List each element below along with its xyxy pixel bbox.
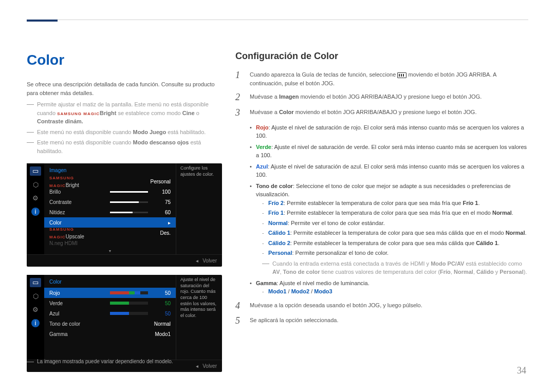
osd-description: Ajuste el nivel de saturación del rojo. … (176, 275, 222, 360)
osd-imagen-panel: ▭ ⬡ ⚙ i Imagen SAMSUNGMAGICBright Person… (27, 163, 222, 267)
chevron-down-icon[interactable]: ▾ (44, 248, 176, 254)
footnote: ― La imagen mostrada puede variar depend… (27, 358, 173, 365)
gear-icon[interactable]: ⚙ (31, 306, 40, 314)
left-column: Color Se ofrece una descripción detallad… (27, 49, 222, 372)
step-number: 1 (235, 70, 243, 87)
bullet-azul: Azul: Ajuste el nivel de saturación de a… (250, 162, 528, 179)
page-title: Color (27, 49, 222, 71)
right-column: Configuración de Color 1 Cuando aparezca… (235, 49, 528, 331)
step-3: 3 Muévase a Color moviendo el botón JOG … (235, 108, 528, 118)
step-1: 1 Cuando aparezca la Guía de teclas de f… (235, 70, 528, 87)
dash-icon: ― (27, 138, 34, 155)
dash-icon: ― (27, 358, 34, 365)
osd-title: Color (44, 277, 176, 288)
note-3: ― Este menú no está disponible cuando Mo… (27, 138, 222, 155)
info-icon[interactable]: i (31, 319, 40, 327)
dash-personal: Personal: Permite personalizar el tono d… (262, 249, 528, 257)
note-3-text: Este menú no está disponible cuando Modo… (37, 138, 222, 155)
step-number: 5 (235, 316, 243, 326)
display-icon[interactable]: ▭ (30, 278, 41, 287)
osd-row-nneg: N.neg HDMI (44, 238, 176, 248)
osd-row-verde[interactable]: Verde 50 (44, 298, 176, 308)
settings-icon[interactable]: ⬡ (31, 181, 40, 189)
dash-modos: Modo1 / Modo2 / Modo3 (262, 287, 528, 296)
note-2-text: Este menú no está disponible cuando Modo… (37, 128, 206, 137)
dash-icon: ― (262, 259, 269, 276)
osd-row-upscale[interactable]: SAMSUNGMAGICUpscale Des. (44, 228, 176, 238)
dash-icon: ― (27, 128, 34, 137)
settings-icon[interactable]: ⬡ (31, 292, 40, 301)
dash-calido1: Cálido 1: Permite establecer la temperat… (262, 229, 528, 237)
chevron-right-icon: ▸ (168, 219, 171, 227)
page-number: 34 (517, 364, 526, 378)
step-5: 5 Se aplicará la opción seleccionada. (235, 316, 528, 326)
display-icon[interactable]: ▭ (30, 166, 41, 176)
header-divider (27, 20, 528, 20)
osd-row-brillo[interactable]: Brillo 100 (44, 186, 176, 197)
osd-row-azul[interactable]: Azul 50 (44, 308, 176, 319)
function-key-icon (397, 72, 406, 78)
osd-footer: ◂ Volver (27, 254, 222, 267)
dash-frio1: Frío 1: Permite establecer la temperatur… (262, 209, 528, 217)
intro-text: Se ofrece una descripción detallada de c… (27, 80, 222, 97)
info-icon[interactable]: i (31, 208, 40, 216)
osd-description: Configure los ajustes de color. (176, 163, 222, 254)
step-number: 4 (235, 301, 243, 311)
osd-row-nitidez[interactable]: Nitidez 60 (44, 207, 176, 217)
osd-row-contraste[interactable]: Contraste 75 (44, 197, 176, 207)
section-title: Configuración de Color (235, 49, 528, 63)
osd-row-gamma[interactable]: Gamma Modo1 (44, 329, 176, 339)
step-number: 3 (235, 108, 243, 118)
bullet-tono: Tono de color: Seleccione el tono de col… (250, 182, 528, 276)
dash-calido2: Cálido 2: Permite establecer la temperat… (262, 239, 528, 248)
bullet-verde: Verde: Ajuste el nivel de saturación de … (250, 143, 528, 160)
step-number: 2 (235, 92, 243, 103)
note-1-text: Permite ajustar el matiz de la pantalla.… (37, 100, 222, 126)
osd-row-bright[interactable]: SAMSUNGMAGICBright Personal (44, 176, 176, 186)
dash-icon: ― (27, 100, 34, 126)
header-accent (27, 20, 58, 22)
dash-normal: Normal: Permite ver el tono de color est… (262, 219, 528, 228)
step-4: 4 Muévase a la opción deseada usando el … (235, 301, 528, 311)
osd-side-nav: ▭ ⬡ ⚙ i (27, 163, 44, 254)
tono-note: Cuando la entrada externa está conectada… (272, 259, 528, 276)
osd-row-rojo[interactable]: Rojo 50 (44, 288, 176, 298)
dash-frio2: Frío 2: Permite establecer la temperatur… (262, 199, 528, 208)
note-2: ― Este menú no está disponible cuando Mo… (27, 128, 222, 137)
step-2: 2 Muévase a Imagen moviendo el botón JOG… (235, 92, 528, 103)
osd-side-nav: ▭ ⬡ ⚙ i (27, 275, 44, 360)
gear-icon[interactable]: ⚙ (31, 194, 40, 202)
osd-row-tono[interactable]: Tono de color Normal (44, 319, 176, 329)
bullet-gamma: Gamma: Ajuste el nivel medio de luminanc… (250, 279, 528, 296)
note-1: ― Permite ajustar el matiz de la pantall… (27, 100, 222, 126)
bullet-rojo: Rojo: Ajuste el nivel de saturación de r… (250, 123, 528, 140)
bullet-list: Rojo: Ajuste el nivel de saturación de r… (250, 123, 528, 296)
